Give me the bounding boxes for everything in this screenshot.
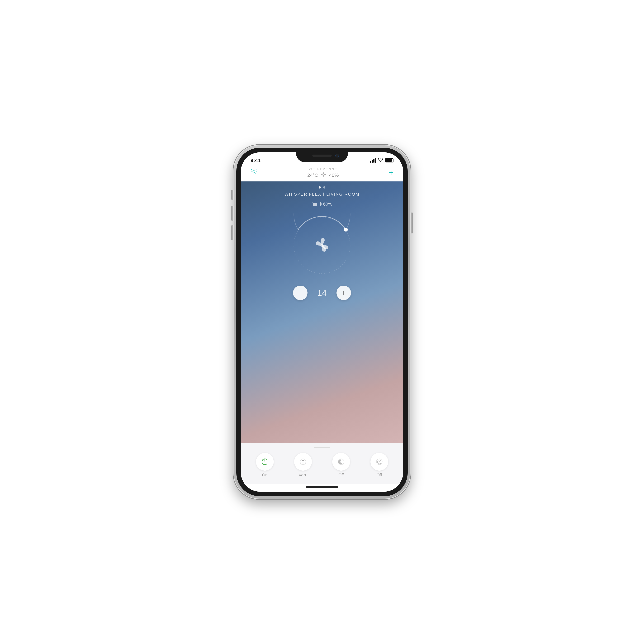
status-time: 9:41 [251, 157, 260, 163]
battery-fill [386, 159, 392, 162]
control-power: On [256, 453, 274, 478]
dot-2[interactable] [323, 186, 325, 189]
header-weather: 24°C 40% [257, 172, 389, 178]
power-button[interactable] [256, 453, 274, 471]
volume-down-button[interactable] [231, 225, 233, 240]
sun-icon [321, 172, 326, 178]
speaker [312, 155, 332, 157]
vert-button[interactable] [294, 453, 312, 471]
speed-ring-control[interactable] [288, 212, 356, 279]
bottom-bar: On Vert. [241, 443, 403, 484]
signal-icon [370, 158, 376, 163]
dot-1[interactable] [319, 186, 321, 189]
night-label: Off [338, 473, 344, 478]
mute-button[interactable] [231, 190, 233, 200]
speed-decrease-button[interactable]: − [293, 286, 308, 300]
svg-point-2 [320, 244, 324, 247]
timer-button[interactable] [370, 453, 388, 471]
wifi-icon [378, 158, 383, 163]
battery-level-fill [313, 203, 317, 206]
header-humidity: 40% [329, 172, 339, 178]
phone-device: 9:41 [233, 145, 411, 499]
home-indicator [241, 484, 403, 492]
header-location: WEIDEVENNE [257, 167, 389, 171]
header-temperature: 24°C [307, 172, 318, 178]
night-button[interactable] [332, 453, 350, 471]
home-bar[interactable] [306, 486, 338, 488]
vert-label: Vert. [299, 473, 307, 478]
control-night: Off [332, 453, 350, 478]
signal-bar-2 [372, 160, 373, 163]
header-center: WEIDEVENNE 24°C 40% [257, 167, 389, 178]
timer-label: Off [376, 473, 382, 478]
signal-bar-4 [375, 158, 376, 163]
control-vert: Vert. [294, 453, 312, 478]
device-name: WHISPER FLEX | LIVING ROOM [284, 192, 360, 197]
power-label: On [262, 473, 268, 478]
speed-controls: − 14 + [293, 286, 351, 300]
battery-level-text: 60% [323, 202, 332, 207]
speed-value: 14 [317, 288, 327, 298]
battery-level-icon [312, 202, 321, 206]
notch [296, 152, 348, 162]
battery-level-indicator: 60% [312, 202, 332, 207]
app-header: WEIDEVENNE 24°C 40% + [241, 165, 403, 181]
main-content: WHISPER FLEX | LIVING ROOM 60% [241, 181, 403, 443]
add-button[interactable]: + [389, 169, 393, 177]
front-camera [335, 154, 339, 157]
pagination-dots [319, 186, 325, 189]
bottom-controls: On Vert. [246, 453, 398, 478]
bottom-handle [314, 447, 330, 448]
status-icons [370, 158, 393, 163]
speed-dot [344, 228, 348, 232]
svg-point-0 [323, 174, 325, 175]
speed-increase-button[interactable]: + [336, 286, 351, 300]
control-timer: Off [370, 453, 388, 478]
phone-screen: 9:41 [241, 152, 403, 492]
fan-icon [311, 234, 333, 257]
battery-icon [385, 158, 393, 162]
signal-bar-1 [370, 161, 371, 163]
volume-up-button[interactable] [231, 206, 233, 221]
phone-inner: 9:41 [236, 148, 408, 496]
signal-bar-3 [373, 159, 374, 163]
power-button[interactable] [411, 213, 413, 233]
settings-icon[interactable] [251, 168, 257, 177]
